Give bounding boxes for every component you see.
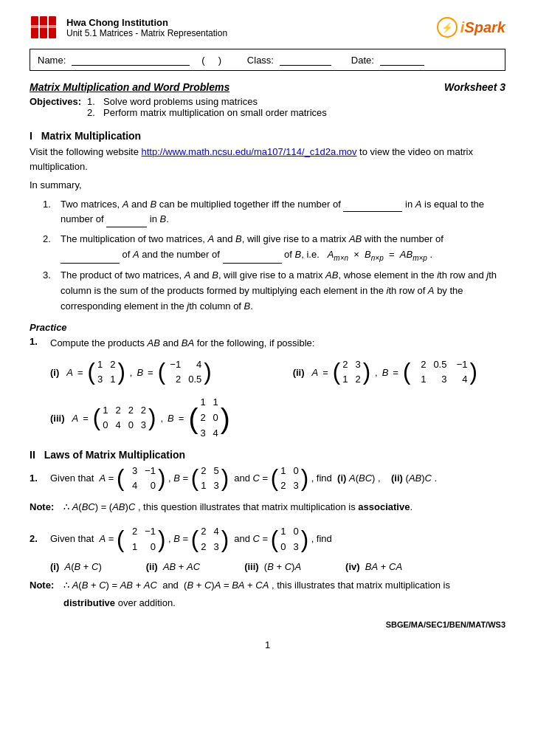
s2-q2-b: ( 24 23 ) xyxy=(191,524,229,555)
name-label: Name: xyxy=(38,55,66,66)
school-unit: Unit 5.1 Matrices - Matrix Representatio… xyxy=(66,28,227,38)
worksheet-title: Matrix Multiplication and Word Problems xyxy=(30,81,229,93)
summary-label: In summary, xyxy=(30,178,505,193)
practice-q1: 1. Compute the products AB and BA for th… xyxy=(30,336,505,351)
practice-sub-i: (i) A = ( 12 31 ) , B = ( −14 20.5 xyxy=(50,357,212,388)
ispark-text: iSpark xyxy=(460,19,505,36)
objective-2: 2. Perform matrix multiplication on smal… xyxy=(87,107,327,118)
section2-q1: 1. Given that A = ( 3−1 40 ) , B = ( 25 … xyxy=(30,464,505,495)
section2-header: II Laws of Matrix Multiplication xyxy=(30,449,505,461)
s2-q1-c: ( 10 23 ) xyxy=(271,464,308,495)
section1-header: I Matrix Multiplication xyxy=(30,130,505,142)
matrix-i-b: ( −14 20.5 ) xyxy=(158,357,212,388)
class-label: Class: xyxy=(247,55,274,66)
svg-rect-4 xyxy=(40,25,47,28)
s2-q2-c: ( 10 03 ) xyxy=(271,524,308,555)
svg-text:⚡: ⚡ xyxy=(441,21,454,34)
worksheet-num: Worksheet 3 xyxy=(444,81,505,93)
class-underline xyxy=(280,54,331,66)
page: Hwa Chong Institution Unit 5.1 Matrices … xyxy=(0,0,535,756)
page-number: 1 xyxy=(30,639,505,650)
practice-sub-ii: (ii) A = ( 23 12 ) , B = ( 20.5−1 134 ) xyxy=(293,357,477,388)
s2-q1-b: ( 25 13 ) xyxy=(191,464,229,495)
matrix-ii-b: ( 20.5−1 134 ) xyxy=(403,357,477,388)
matrix-ii-a: ( 23 12 ) xyxy=(333,357,370,388)
matrix-iii-b: ( 11 20 34 ) xyxy=(188,395,229,441)
section2-q2: 2. Given that A = ( 2−1 10 ) , B = ( 24 … xyxy=(30,524,505,555)
s2-q2-a: ( 2−1 10 ) xyxy=(117,524,165,555)
date-label: Date: xyxy=(351,55,374,66)
header-left: Hwa Chong Institution Unit 5.1 Matrices … xyxy=(30,13,227,41)
objectives-label: Objectives: xyxy=(30,96,81,118)
ispark-logo: ⚡ iSpark xyxy=(437,17,505,38)
matrix-i-a: ( 12 31 ) xyxy=(88,357,125,388)
summary-item-1: 1. Two matrices, A and B can be multipli… xyxy=(43,197,505,228)
note1: Note: ∴ A(BC) = (AB)C , this question il… xyxy=(30,500,505,515)
title-row: Matrix Multiplication and Word Problems … xyxy=(30,81,505,93)
svg-rect-3 xyxy=(31,25,38,28)
svg-rect-5 xyxy=(49,25,56,28)
name-bar: Name: ( ) Class: Date: xyxy=(30,49,505,71)
matrix-iii-a: ( 1222 0403 ) xyxy=(93,403,156,434)
name-underline xyxy=(72,54,190,66)
s2-q1-a: ( 3−1 40 ) xyxy=(117,464,165,495)
school-info: Hwa Chong Institution Unit 5.1 Matrices … xyxy=(66,17,227,38)
footer-code: SBGE/MA/SEC1/BEN/MAT/WS3 xyxy=(30,620,505,629)
objective-1: 1. Solve word problems using matrices xyxy=(87,96,327,107)
ispark-icon: ⚡ xyxy=(437,17,458,38)
school-logo-icon xyxy=(30,13,58,41)
practice-sub-row2: (iii) A = ( 1222 0403 ) , B = ( 11 20 34 xyxy=(50,395,505,441)
summary-item-3: 3. The product of two matrices, A and B,… xyxy=(43,268,505,314)
q2-sub-answers: (i) A(B + C) (ii) AB + AC (iii) (B + C)A… xyxy=(50,561,505,572)
header: Hwa Chong Institution Unit 5.1 Matrices … xyxy=(30,13,505,41)
section1-link: http://www.math.ncsu.edu/ma107/114/_c1d2… xyxy=(142,146,357,157)
date-underline xyxy=(380,54,424,66)
note2: Note: ∴ A(B + C) = AB + AC and (B + C)A … xyxy=(30,578,505,594)
name-parens: ( ) xyxy=(201,55,221,66)
section1-intro: Visit the following website http://www.m… xyxy=(30,145,505,173)
summary-item-2: 2. The multiplication of two matrices, A… xyxy=(43,232,505,264)
school-name: Hwa Chong Institution xyxy=(66,17,227,28)
practice-label: Practice xyxy=(30,322,505,333)
note2-distributive: distributive over addition. xyxy=(63,597,505,608)
summary-list: 1. Two matrices, A and B can be multipli… xyxy=(43,197,505,315)
objectives: Objectives: 1. Solve word problems using… xyxy=(30,96,505,118)
practice-sub-iii: (iii) A = ( 1222 0403 ) , B = ( 11 20 34 xyxy=(50,395,230,441)
objectives-list: 1. Solve word problems using matrices 2.… xyxy=(87,96,327,118)
practice-sub-row1: (i) A = ( 12 31 ) , B = ( −14 20.5 xyxy=(50,357,505,388)
